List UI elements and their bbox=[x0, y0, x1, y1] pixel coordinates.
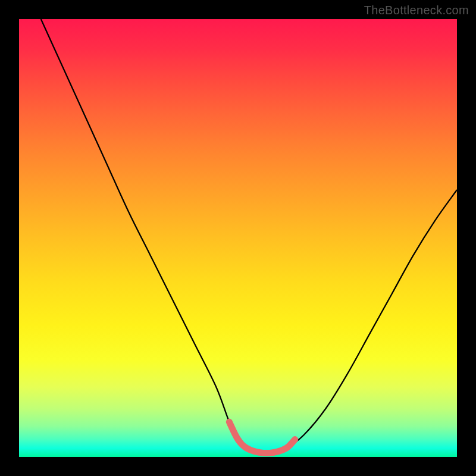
chart-container: TheBottleneck.com bbox=[0, 0, 476, 476]
chart-plot-area bbox=[19, 19, 457, 457]
chart-svg bbox=[19, 19, 457, 457]
optimal-zone-highlight bbox=[229, 422, 295, 453]
watermark-text: TheBottleneck.com bbox=[364, 4, 469, 17]
bottleneck-curve bbox=[41, 19, 457, 453]
